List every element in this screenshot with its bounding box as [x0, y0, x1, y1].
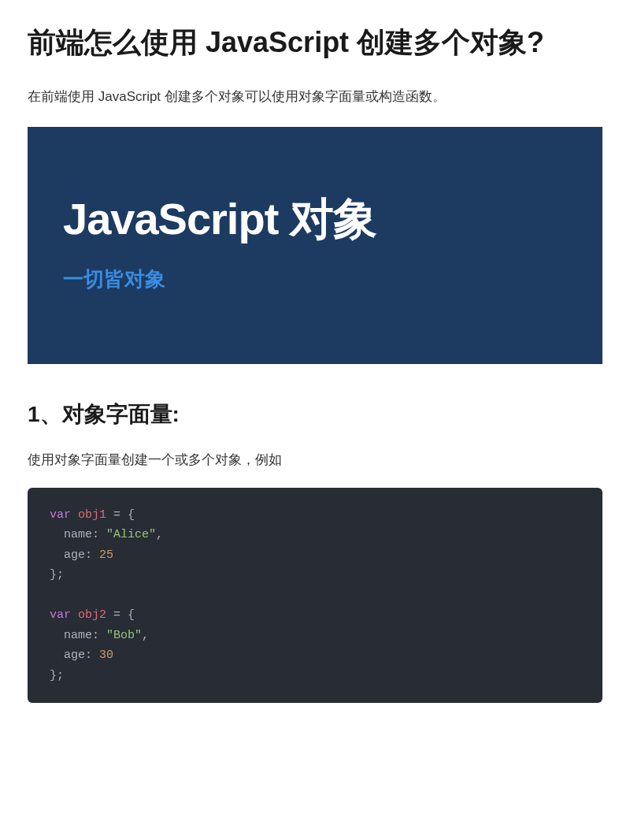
code-variable: obj1 [78, 508, 106, 522]
code-block: var obj1 = { name: "Alice", age: 25 }; v… [28, 488, 602, 704]
banner-title: JavaScript 对象 [63, 190, 567, 250]
code-punct: = { [106, 608, 135, 622]
intro-paragraph: 在前端使用 JavaScript 创建多个对象可以使用对象字面量或构造函数。 [28, 86, 602, 107]
page-title: 前端怎么使用 JavaScript 创建多个对象? [28, 24, 602, 62]
banner-subtitle: 一切皆对象 [63, 266, 567, 293]
code-punct: : [85, 548, 99, 562]
code-punct: }; [50, 669, 64, 682]
code-punct: : [92, 629, 106, 642]
code-punct: }; [50, 568, 64, 582]
code-property: name [64, 528, 92, 541]
banner-image: JavaScript 对象 一切皆对象 [28, 127, 602, 364]
code-punct: : [92, 528, 106, 541]
code-keyword: var [50, 608, 71, 622]
code-keyword: var [50, 508, 71, 522]
section-paragraph: 使用对象字面量创建一个或多个对象，例如 [28, 449, 602, 470]
code-punct: : [85, 649, 99, 662]
code-punct: , [142, 629, 149, 642]
code-property: age [64, 548, 85, 562]
code-string: "Bob" [106, 629, 142, 642]
code-string: "Alice" [106, 528, 156, 541]
code-punct: , [156, 528, 163, 541]
section-heading: 1、对象字面量: [28, 400, 602, 429]
code-variable: obj2 [78, 608, 106, 622]
code-property: name [64, 629, 92, 642]
code-number: 30 [99, 649, 113, 662]
code-punct: = { [106, 508, 135, 522]
code-number: 25 [99, 548, 113, 562]
code-property: age [64, 649, 85, 662]
